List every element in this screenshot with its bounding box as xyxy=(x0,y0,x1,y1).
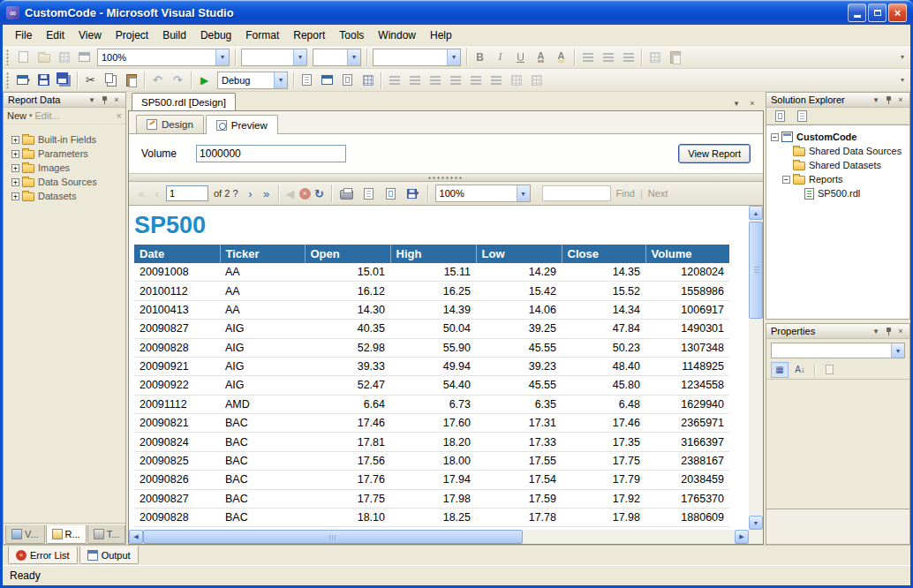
categorized-button[interactable]: ▦ xyxy=(771,362,788,378)
page-number-input[interactable] xyxy=(166,185,208,201)
print-button[interactable] xyxy=(336,184,357,203)
sidebar-tab-1[interactable]: V... xyxy=(5,525,45,544)
delete-icon[interactable]: × xyxy=(117,110,122,121)
properties-grid[interactable] xyxy=(766,380,909,509)
window-menu-icon[interactable]: ▾ xyxy=(86,94,98,106)
tab-output[interactable]: Output xyxy=(79,547,139,564)
tab-preview[interactable]: Preview xyxy=(206,115,278,134)
scroll-up-icon[interactable]: ▲ xyxy=(749,206,763,220)
solution-explorer-icon[interactable] xyxy=(317,71,337,90)
scroll-left-icon[interactable]: ◀ xyxy=(129,530,143,544)
align-tops-icon[interactable] xyxy=(445,71,465,90)
align-lefts-icon[interactable] xyxy=(384,71,404,90)
start-debugging-button[interactable]: ▶ xyxy=(194,71,215,90)
close-panel-icon[interactable]: × xyxy=(894,325,907,337)
align-right-icon[interactable] xyxy=(618,48,638,67)
print-layout-button[interactable] xyxy=(358,184,379,203)
toolbar-grip[interactable] xyxy=(6,72,10,88)
vertical-scrollbar[interactable]: ▲ ▼ xyxy=(749,206,763,530)
minimize-button[interactable] xyxy=(848,4,866,22)
view-report-button[interactable]: View Report xyxy=(678,144,751,163)
font-color-button[interactable]: A xyxy=(531,48,551,67)
chevron-down-icon[interactable]: ▾ xyxy=(517,185,530,201)
find-in-files-icon[interactable] xyxy=(297,71,317,90)
auto-hide-pin-icon[interactable] xyxy=(882,325,894,337)
horizontal-scroll-thumb[interactable] xyxy=(143,530,523,544)
chevron-down-icon[interactable]: ▾ xyxy=(274,72,287,88)
collapse-icon[interactable]: − xyxy=(782,176,790,184)
close-button[interactable]: × xyxy=(888,4,907,22)
report-data-item[interactable]: +Images xyxy=(11,161,125,175)
save-all-button[interactable] xyxy=(54,71,74,90)
paste-button[interactable] xyxy=(121,71,141,90)
refresh-button[interactable] xyxy=(793,109,811,124)
align-centers-icon[interactable] xyxy=(404,71,425,90)
solution-item-reports[interactable]: −Reports xyxy=(768,172,909,186)
snap-to-grid-icon[interactable] xyxy=(54,48,74,67)
undo-button[interactable]: ↶ xyxy=(147,71,168,90)
menu-item-edit[interactable]: Edit xyxy=(39,25,72,45)
menu-item-tools[interactable]: Tools xyxy=(332,25,371,45)
find-next-button[interactable]: Next xyxy=(648,188,668,199)
borders-icon[interactable] xyxy=(645,48,665,67)
volume-parameter-input[interactable] xyxy=(196,145,346,162)
window-menu-icon[interactable]: ▾ xyxy=(870,94,882,106)
redo-button[interactable]: ↷ xyxy=(168,71,188,90)
scroll-right-icon[interactable]: ▶ xyxy=(735,530,749,544)
sidebar-tab-3[interactable]: T... xyxy=(87,525,126,544)
new-button[interactable]: New xyxy=(7,110,26,121)
open-report-icon[interactable] xyxy=(34,48,54,67)
toolbox-icon[interactable] xyxy=(358,71,378,90)
horizontal-scrollbar[interactable]: ◀ ▶ xyxy=(129,530,749,544)
chevron-down-icon[interactable]: ▾ xyxy=(29,112,33,119)
solution-configurations-combo[interactable]: Debug ▾ xyxy=(217,72,288,89)
vertical-scroll-thumb[interactable] xyxy=(749,222,763,319)
menu-item-window[interactable]: Window xyxy=(371,25,423,45)
solution-item-sp500-rdl[interactable]: SP500.rdl xyxy=(768,186,909,200)
document-tab[interactable]: SP500.rdl [Design] xyxy=(132,93,236,110)
stop-rendering-button[interactable]: × xyxy=(299,188,311,200)
properties-title-bar[interactable]: Properties ▾ × xyxy=(766,324,909,339)
next-page-button[interactable]: › xyxy=(244,187,258,200)
chevron-down-icon[interactable]: ▾ xyxy=(447,49,460,65)
align-left-icon[interactable] xyxy=(577,48,598,67)
close-panel-icon[interactable]: × xyxy=(894,94,907,106)
parameter-splitter[interactable] xyxy=(129,173,763,182)
navigate-back-menu-icon[interactable]: ▾ xyxy=(13,71,34,90)
restore-button[interactable] xyxy=(868,4,887,22)
expand-icon[interactable]: + xyxy=(11,164,19,172)
auto-hide-pin-icon[interactable] xyxy=(882,94,894,106)
make-same-height-icon[interactable] xyxy=(526,71,547,90)
expand-icon[interactable]: + xyxy=(11,150,19,158)
toolbar-overflow-icon[interactable]: ▾ xyxy=(897,76,908,84)
report-data-item[interactable]: +Datasets xyxy=(11,189,125,203)
solution-item-shared-data-sources[interactable]: Shared Data Sources xyxy=(768,144,909,158)
underline-button[interactable]: U xyxy=(510,48,531,67)
collapse-icon[interactable]: − xyxy=(771,133,779,141)
auto-hide-pin-icon[interactable] xyxy=(98,94,110,106)
align-bottoms-icon[interactable] xyxy=(486,71,506,90)
chevron-down-icon[interactable]: ▾ xyxy=(293,49,306,65)
align-rights-icon[interactable] xyxy=(425,71,445,90)
tab-design[interactable]: Design xyxy=(136,115,204,133)
first-page-button[interactable]: « xyxy=(134,187,148,200)
chevron-down-icon[interactable]: ▾ xyxy=(891,343,904,358)
export-button[interactable]: ▾ xyxy=(403,184,423,203)
properties-window-icon[interactable] xyxy=(337,71,358,90)
find-text-input[interactable] xyxy=(542,185,611,201)
property-pages-button[interactable] xyxy=(820,362,838,378)
back-to-parent-button[interactable]: ◀ xyxy=(283,187,298,200)
report-data-item[interactable]: +Built-in Fields xyxy=(11,132,125,147)
bold-button[interactable]: B xyxy=(470,48,490,67)
solution-item-customcode[interactable]: −CustomCode xyxy=(768,130,909,144)
font-size-combo[interactable]: ▾ xyxy=(313,49,361,66)
menu-item-format[interactable]: Format xyxy=(238,25,286,45)
menu-item-file[interactable]: File xyxy=(8,25,39,45)
window-menu-icon[interactable]: ▾ xyxy=(870,325,882,337)
chevron-down-icon[interactable]: ▾ xyxy=(347,49,360,65)
report-data-item[interactable]: +Data Sources xyxy=(11,175,125,189)
expand-icon[interactable]: + xyxy=(11,192,19,200)
menu-item-build[interactable]: Build xyxy=(155,25,193,45)
report-data-item[interactable]: +Parameters xyxy=(11,147,125,161)
menu-item-view[interactable]: View xyxy=(72,25,109,45)
